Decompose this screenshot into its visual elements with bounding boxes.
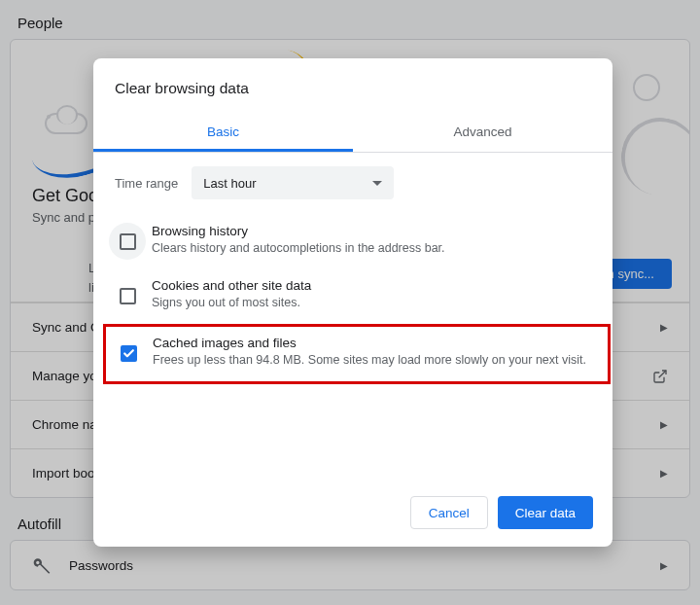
dropdown-icon <box>372 181 382 186</box>
time-range-row: Time range Last hour <box>93 153 612 205</box>
item-title: Cookies and other site data <box>152 278 595 293</box>
checkbox-wrap <box>109 223 146 260</box>
time-range-value: Last hour <box>203 176 256 191</box>
cancel-button[interactable]: Cancel <box>410 496 488 529</box>
checkbox-unchecked[interactable] <box>120 233 136 250</box>
item-cookies[interactable]: Cookies and other site data Signs you ou… <box>105 269 609 324</box>
item-desc: Frees up less than 94.8 MB. Some sites m… <box>153 352 596 370</box>
dialog-footer: Cancel Clear data <box>93 482 612 547</box>
checkbox-checked[interactable] <box>121 345 137 362</box>
item-browsing-history[interactable]: Browsing history Clears history and auto… <box>105 215 609 269</box>
time-range-label: Time range <box>115 176 178 191</box>
checkbox-wrap <box>109 277 146 314</box>
tab-basic[interactable]: Basic <box>93 113 353 152</box>
item-desc: Clears history and autocompletions in th… <box>152 240 595 258</box>
clear-data-button[interactable]: Clear data <box>498 496 593 529</box>
item-cached-files-highlighted[interactable]: Cached images and files Frees up less th… <box>103 324 611 384</box>
dialog-tabs: Basic Advanced <box>93 113 612 153</box>
time-range-select[interactable]: Last hour <box>192 166 394 199</box>
item-title: Cached images and files <box>153 336 596 350</box>
checkbox-unchecked[interactable] <box>120 288 136 304</box>
tab-advanced[interactable]: Advanced <box>353 113 612 152</box>
item-title: Browsing history <box>152 224 595 238</box>
clear-items-list: Browsing history Clears history and auto… <box>93 205 612 482</box>
checkbox-wrap <box>110 335 147 372</box>
item-desc: Signs you out of most sites. <box>152 295 595 312</box>
clear-browsing-data-dialog: Clear browsing data Basic Advanced Time … <box>93 58 612 547</box>
dialog-title: Clear browsing data <box>93 58 612 113</box>
